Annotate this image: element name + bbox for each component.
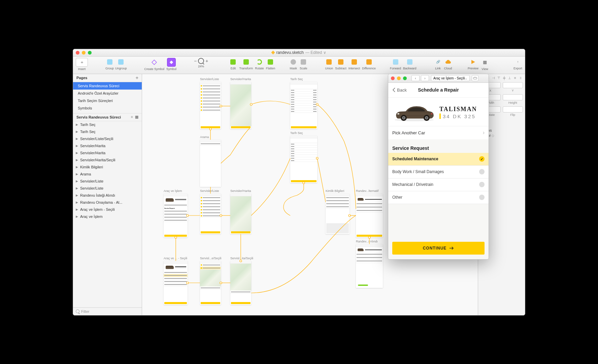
- view-tool[interactable]: ▦View: [480, 58, 489, 71]
- layers-header: Servis Randeuvus Süreci ≡▦: [73, 113, 142, 121]
- artboard[interactable]: Servisler/Harita: [230, 194, 251, 234]
- edit-tool[interactable]: Edit: [229, 58, 237, 70]
- service-request-item[interactable]: Mechanical / Drivetrain: [388, 178, 489, 191]
- layer-item[interactable]: ▶Araç ve İşlem - Seçili: [73, 206, 142, 213]
- create-symbol-tool[interactable]: Create Symbol: [144, 58, 165, 71]
- artboard[interactable]: Arama: [200, 140, 221, 187]
- symbol-tool[interactable]: Symbol: [166, 58, 176, 71]
- search-icon: [76, 309, 79, 313]
- page-item[interactable]: Android'e Özel Arayüzler: [73, 90, 142, 97]
- preview-window[interactable]: ‹ › Araç ve İşlem - Seçili⌄ Back Schedul…: [388, 74, 489, 260]
- artboard[interactable]: Randev...i Alındı: [356, 244, 383, 288]
- edited-indicator[interactable]: — Edited ∨: [305, 50, 326, 55]
- height-field[interactable]: Height: [503, 94, 523, 104]
- sketch-window: randevu.sketch — Edited ∨ ＋Insert Group …: [73, 49, 525, 316]
- svg-point-23: [431, 113, 433, 114]
- preview-body: Back Schedule a Repair: [388, 83, 489, 259]
- close-button[interactable]: [76, 51, 79, 55]
- zoom-button[interactable]: [403, 76, 407, 80]
- artboard[interactable]: Servisler/Harita: [230, 82, 251, 129]
- mask-tool[interactable]: Mask: [289, 58, 297, 70]
- difference-tool[interactable]: Difference: [362, 58, 376, 70]
- preview-titlebar[interactable]: ‹ › Araç ve İşlem - Seçili⌄: [388, 74, 489, 83]
- continue-button[interactable]: CONTINUE: [392, 242, 485, 255]
- close-button[interactable]: [391, 76, 395, 80]
- layer-item[interactable]: ▶Arama: [73, 171, 142, 178]
- artboard[interactable]: Servisler/Liste: [200, 194, 221, 234]
- scale-tool[interactable]: Scale: [299, 58, 307, 70]
- toolbar: ＋Insert Group Ungroup Create Symbol Symb…: [73, 57, 525, 74]
- export-tool[interactable]: ↑Export: [513, 58, 522, 70]
- svg-point-18: [403, 117, 405, 119]
- layer-item[interactable]: ▶Servisler/Liste: [73, 185, 142, 192]
- artboard[interactable]: Servisl...e/Seçili: [200, 261, 221, 305]
- group-tool[interactable]: Group: [105, 58, 114, 70]
- chevron-left-icon: [392, 88, 396, 92]
- layer-item[interactable]: ▶Servisler/Harita/Seçili: [73, 157, 142, 164]
- page-item[interactable]: Tarih Seçim Süreçleri: [73, 97, 142, 104]
- layer-item[interactable]: ▶Servisler/Harita: [73, 150, 142, 157]
- radio-icon: [479, 195, 485, 200]
- artboard[interactable]: Kimlik Bilgileri: [326, 194, 350, 234]
- artboard-select[interactable]: Araç ve İşlem - Seçili⌄: [431, 75, 470, 81]
- y-field[interactable]: Y: [503, 82, 523, 92]
- layer-item[interactable]: ▶Servisler/Harita: [73, 142, 142, 150]
- service-request-item[interactable]: Other: [388, 191, 489, 204]
- filter-input[interactable]: Filter: [73, 307, 142, 315]
- insert-tool[interactable]: ＋Insert: [76, 58, 88, 71]
- zoom-button[interactable]: [88, 51, 92, 55]
- transform-tool[interactable]: Transform: [239, 58, 253, 70]
- layer-item[interactable]: ▶Tarih Seç: [73, 121, 142, 128]
- window-title: randevu.sketch — Edited ∨: [272, 50, 326, 55]
- artboard[interactable]: Araç ve İşlem Service Request: [164, 194, 188, 237]
- car-section: TALISMAN 34 DK 325: [388, 98, 489, 126]
- flatten-tool[interactable]: Flatten: [266, 58, 275, 70]
- artboard[interactable]: Tarih Seç: [290, 136, 317, 183]
- layer-item[interactable]: ▶Kimlik Bilgileri: [73, 164, 142, 171]
- traffic-lights: [76, 51, 92, 55]
- page-item[interactable]: Servis Randeuvus Süreci: [73, 82, 142, 90]
- back-button[interactable]: ‹: [411, 75, 420, 81]
- back-link[interactable]: Back: [392, 88, 407, 93]
- add-page-button[interactable]: +: [136, 75, 138, 80]
- svg-point-22: [397, 113, 399, 114]
- subtract-tool[interactable]: Subtract: [335, 58, 346, 70]
- zoom-tool[interactable]: −+ 24%: [194, 58, 208, 68]
- layer-item[interactable]: ▶Servisler/Liste/Seçili: [73, 135, 142, 142]
- forward-tool[interactable]: Forward: [390, 58, 401, 70]
- pick-another-car-row[interactable]: Pick Another Car ›: [388, 126, 489, 139]
- ungroup-tool[interactable]: Ungroup: [115, 58, 127, 70]
- layer-item[interactable]: ▶Randevu Onaylama - Al...: [73, 199, 142, 206]
- layer-item[interactable]: ▶Servisler/Liste: [73, 178, 142, 185]
- artboard[interactable]: Servisl...ita/Seçili: [230, 261, 251, 305]
- minimize-button[interactable]: [82, 51, 86, 55]
- intersect-tool[interactable]: Intersect: [348, 58, 360, 70]
- artboard[interactable]: Randev...lternatif: [356, 194, 383, 237]
- artboard[interactable]: Araç ve ... - Seçili: [164, 261, 188, 305]
- rotate-tool[interactable]: Rotate: [255, 58, 264, 70]
- minimize-button[interactable]: [397, 76, 401, 80]
- service-request-item[interactable]: Body Work / Small Damages: [388, 166, 489, 178]
- svg-rect-14: [473, 77, 477, 79]
- car-image: [392, 102, 436, 123]
- layer-item[interactable]: ▶Randevu İsteği Alındı: [73, 192, 142, 199]
- layer-item[interactable]: ▶Tarih Seç: [73, 128, 142, 135]
- service-request-item[interactable]: Scheduled Maintenance✓: [388, 153, 489, 166]
- artboard[interactable]: Servisler/Liste: [200, 82, 221, 129]
- pages-header: Pages +: [73, 74, 142, 82]
- union-tool[interactable]: Union: [325, 58, 333, 70]
- chevron-right-icon: ›: [483, 130, 485, 136]
- cloud-tool[interactable]: Cloud: [444, 58, 452, 70]
- link-tool[interactable]: 🔗Link: [434, 58, 442, 70]
- page-item[interactable]: Symbols: [73, 104, 142, 112]
- car-name: TALISMAN: [439, 106, 485, 113]
- preview-tool[interactable]: Preview: [468, 58, 478, 70]
- svg-point-21: [426, 117, 428, 119]
- forward-button[interactable]: ›: [421, 75, 429, 81]
- hotspot-toggle[interactable]: [472, 75, 478, 81]
- artboard[interactable]: Tarih Seç: [290, 82, 317, 129]
- titlebar[interactable]: randevu.sketch — Edited ∨: [73, 49, 525, 57]
- flip-field[interactable]: Flip: [503, 106, 523, 117]
- layer-item[interactable]: ▶Araç ve İşlem: [73, 213, 142, 220]
- backward-tool[interactable]: Backward: [403, 58, 417, 70]
